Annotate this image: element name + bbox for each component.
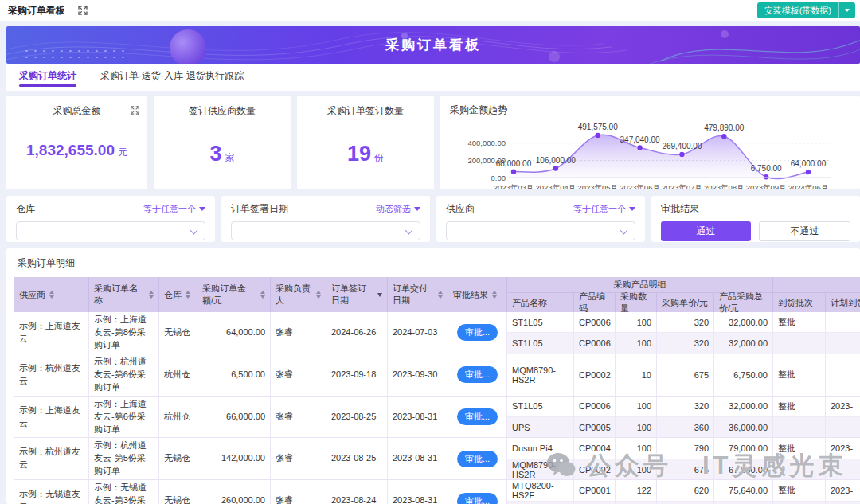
col-product-code-cell: CP0005 — [574, 417, 616, 437]
col-product-code-cell: CP0001 — [574, 480, 616, 500]
sort-icon[interactable] — [149, 291, 154, 299]
filter-mode-dropdown[interactable]: 等于任意一个 — [143, 203, 205, 215]
col-product-code-cell: CP0006 — [574, 312, 616, 332]
supplier-select[interactable] — [446, 221, 635, 240]
col-product-name-cell: Dusun Pi4 — [507, 438, 574, 458]
col-product-code-cell: CP0003 — [574, 502, 616, 504]
stat-value: 1,832,655.00元 — [6, 142, 147, 159]
approve-button[interactable]: 审批... — [457, 366, 498, 383]
col-planned-arrival-date-cell: 2023- — [826, 397, 860, 416]
deliver-date-cell: 2023-08-31 — [388, 397, 448, 438]
order-amount-cell: 260,000.00 — [197, 480, 271, 504]
sort-down-arrow — [316, 295, 321, 299]
stat-value: 19份 — [297, 142, 434, 166]
svg-text:2023年06月: 2023年06月 — [620, 183, 660, 189]
col-planned-arrival-date-cell — [826, 502, 860, 504]
col-unit-price-cell: 360 — [657, 417, 714, 437]
install-dropdown-toggle[interactable] — [839, 9, 855, 12]
expand-icon[interactable] — [78, 6, 88, 15]
owner-cell: 张睿 — [271, 438, 326, 479]
svg-text:2023年07月: 2023年07月 — [662, 183, 702, 189]
order-detail-table: 供应商采购订单名称仓库采购订单金额/元采购负责人订单签订日期订单交付日期审批结果… — [14, 277, 860, 504]
sort-icon[interactable] — [438, 291, 443, 299]
tab-order-stats[interactable]: 采购订单统计 — [19, 69, 76, 91]
col-unit-price-cell: 320 — [657, 397, 714, 416]
col-product-total-price-cell: 79,000.00 — [714, 438, 773, 458]
banner-title: 采购订单看板 — [385, 36, 481, 54]
sort-up-arrow — [316, 291, 321, 294]
approve-button[interactable]: 审批... — [457, 493, 498, 504]
supplier-cell: 示例：杭州道友云 — [14, 354, 89, 396]
product-rows: ST1L05CP000610032032,000.00整批ST1L05CP000… — [507, 312, 860, 354]
col-arrival-batch-header: 到货批次 — [773, 293, 826, 312]
table-header: 供应商采购订单名称仓库采购订单金额/元采购负责人订单签订日期订单交付日期审批结果… — [14, 277, 860, 312]
col-planned-arrival-date-cell — [826, 459, 860, 479]
svg-text:106,000.00: 106,000.00 — [536, 156, 576, 165]
sort-down-arrow — [377, 293, 382, 297]
sort-icon[interactable] — [49, 291, 54, 299]
chevron-down-icon — [414, 207, 420, 211]
col-purchase-qty-cell: 10 — [616, 354, 657, 396]
sort-icon[interactable] — [260, 291, 265, 299]
product-rows: MTQ8200-HS2FCP000112262075,640.00整批2023-… — [507, 480, 860, 504]
product-row: Dusun Pi4CP000410079079,000.00整批2023- — [507, 438, 860, 458]
approve-button[interactable]: 审批... — [457, 408, 498, 425]
col-arrival-batch-cell — [773, 417, 826, 437]
col-unit-price-cell: 790 — [657, 438, 714, 458]
order-name-cell: 示例：杭州道友云-第5份采购订单 — [89, 438, 159, 479]
warehouse-select[interactable] — [16, 221, 205, 240]
svg-text:491,575.00: 491,575.00 — [578, 123, 618, 131]
col-purchase-qty-cell: 100 — [616, 312, 657, 332]
col-order-name-header: 采购订单名称 — [89, 277, 159, 312]
col-warehouse-header: 仓库 — [159, 277, 197, 312]
col-product-code-cell: CP0004 — [574, 438, 616, 458]
product-rows: Dusun Pi4CP000410079079,000.00整批2023-MQM… — [507, 438, 860, 479]
order-amount-cell: 66,000.00 — [197, 397, 271, 438]
column-label: 仓库 — [164, 289, 182, 301]
svg-text:64,000.00: 64,000.00 — [791, 159, 827, 168]
product-row: UPSCP000510036036,000.00 — [507, 416, 860, 437]
svg-text:479,890.00: 479,890.00 — [704, 123, 744, 132]
col-arrival-batch-cell: 整批 — [773, 397, 826, 416]
col-planned-arrival-date-cell — [826, 312, 860, 332]
approve-button[interactable]: 审批... — [457, 451, 498, 467]
install-template-button[interactable]: 安装模板(带数据) — [757, 2, 855, 18]
col-purchase-qty-header: 采购数量 — [616, 293, 657, 312]
svg-text:269,400.00: 269,400.00 — [662, 142, 702, 150]
filter-mode-dropdown[interactable]: 动态筛选 — [376, 203, 420, 215]
deliver-date-cell: 2024-07-03 — [388, 312, 448, 354]
order-sign-date-select[interactable] — [231, 221, 420, 240]
sort-icon[interactable] — [186, 291, 190, 299]
col-unit-price-cell: 675 — [657, 354, 714, 396]
tab-execution-tracking[interactable]: 采购订单-送货-入库-退货执行跟踪 — [100, 69, 244, 91]
purchase-amount-trend-chart: 0.00200,000.00400,000.0068,000.002023年03… — [440, 117, 854, 189]
trend-chart-card: 采购金额趋势 0.00200,000.00400,000.0068,000.00… — [440, 96, 860, 189]
sort-icon[interactable] — [492, 291, 497, 299]
stat-card-order-count: 采购订单签订数量 19份 — [297, 96, 434, 189]
sort-down-arrow — [438, 295, 443, 299]
sort-down-arrow — [149, 295, 154, 299]
sign-date-cell: 2024-06-26 — [326, 312, 388, 354]
chevron-down-icon — [190, 227, 198, 235]
col-product-name-header: 产品名称 — [507, 293, 574, 312]
approval-pass-button[interactable]: 通过 — [661, 221, 751, 241]
filter-mode-dropdown[interactable]: 等于任意一个 — [573, 203, 635, 215]
col-product-name-cell: MTQ8200-HS2F — [507, 480, 574, 500]
banner-dot-pattern — [22, 48, 126, 61]
product-detail-header-block: 采购产品明细产品名称产品编码采购数量采购单价/元产品采购总价/元到货批次计划到货… — [507, 277, 860, 312]
sign-date-cell: 2023-08-24 — [326, 480, 388, 504]
col-product-name-cell: MQM8790-HS2R — [507, 459, 574, 479]
chevron-down-icon — [845, 9, 850, 12]
card-expand-icon[interactable] — [131, 104, 139, 118]
col-planned-arrival-date-cell — [826, 354, 860, 396]
col-arrival-batch-cell: 整批 — [773, 354, 826, 396]
sort-icon[interactable] — [316, 291, 321, 299]
product-row: ST1L05CP000610032032,000.00整批 — [507, 312, 860, 332]
product-rows: ST1L05CP000610032032,000.00整批2023-UPSCP0… — [507, 397, 860, 438]
approval-fail-button[interactable]: 不通过 — [759, 221, 850, 241]
warehouse-cell: 杭州仓 — [159, 397, 197, 438]
product-row: ST1L05CP000610032032,000.00 — [507, 332, 860, 353]
filter-label: 订单签署日期 — [231, 202, 288, 216]
approve-button[interactable]: 审批... — [457, 324, 498, 341]
sort-icon[interactable] — [377, 293, 382, 297]
